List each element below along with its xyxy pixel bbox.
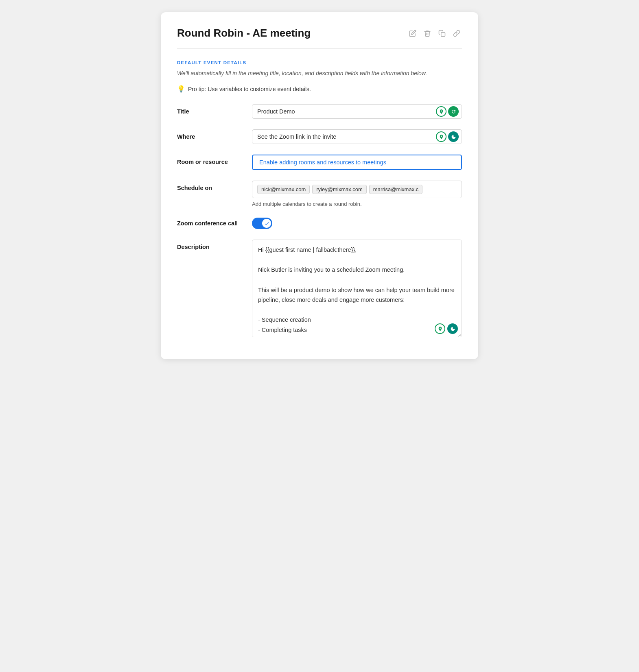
- desc-moon-icon[interactable]: [447, 323, 458, 334]
- header-icon-group: [407, 29, 462, 38]
- where-input-icons: [436, 131, 459, 142]
- where-input[interactable]: [252, 129, 462, 144]
- lightbulb-icon: 💡: [177, 85, 185, 93]
- title-input-wrap: [252, 104, 462, 119]
- schedule-on-control: nick@mixmax.com ryley@mixmax.com marrisa…: [252, 181, 462, 207]
- main-card: Round Robin - AE meeting DEFAULT EVENT D…: [161, 12, 478, 359]
- title-refresh-icon[interactable]: [448, 106, 459, 117]
- svg-rect-0: [441, 32, 445, 36]
- edit-button[interactable]: [407, 29, 418, 38]
- schedule-on-box[interactable]: nick@mixmax.com ryley@mixmax.com marrisa…: [252, 181, 462, 198]
- title-input[interactable]: [252, 104, 462, 119]
- duplicate-button[interactable]: [437, 29, 447, 38]
- zoom-conference-row: Zoom conference call: [177, 218, 462, 229]
- header-divider: [177, 48, 462, 49]
- share-button[interactable]: [451, 29, 462, 38]
- zoom-toggle[interactable]: [252, 218, 272, 229]
- page-title: Round Robin - AE meeting: [177, 27, 402, 39]
- schedule-on-label: Schedule on: [177, 181, 242, 191]
- room-resource-control: Enable adding rooms and resources to mee…: [252, 155, 462, 170]
- title-label: Title: [177, 104, 242, 115]
- enable-rooms-button[interactable]: Enable adding rooms and resources to mee…: [252, 155, 462, 170]
- title-person-pin-icon[interactable]: [436, 106, 446, 117]
- schedule-on-row: Schedule on nick@mixmax.com ryley@mixmax…: [177, 181, 462, 207]
- where-row: Where: [177, 129, 462, 144]
- where-person-pin-icon[interactable]: [436, 131, 446, 142]
- desc-person-pin-icon[interactable]: [435, 323, 445, 334]
- description-label: Description: [177, 240, 242, 250]
- schedule-hint: Add multiple calendars to create a round…: [252, 201, 462, 207]
- delete-button[interactable]: [422, 29, 433, 38]
- email-tag-2: ryley@mixmax.com: [312, 185, 367, 194]
- where-moon-icon[interactable]: [448, 131, 459, 142]
- email-tag-3: marrisa@mixmax.c: [369, 185, 422, 194]
- description-icons: [435, 323, 458, 334]
- email-tag-1: nick@mixmax.com: [257, 185, 310, 194]
- zoom-toggle-wrap: [252, 218, 272, 229]
- pro-tip: 💡 Pro tip: Use variables to customize ev…: [177, 85, 462, 93]
- description-row: Description: [177, 240, 462, 339]
- room-resource-row: Room or resource Enable adding rooms and…: [177, 155, 462, 170]
- description-wrap: [252, 240, 462, 339]
- title-row: Title: [177, 104, 462, 119]
- where-label: Where: [177, 129, 242, 140]
- card-header: Round Robin - AE meeting: [177, 27, 462, 39]
- where-input-wrap: [252, 129, 462, 144]
- zoom-conference-label: Zoom conference call: [177, 220, 242, 227]
- title-input-icons: [436, 106, 459, 117]
- pro-tip-text: Pro tip: Use variables to customize even…: [188, 86, 311, 92]
- room-resource-label: Room or resource: [177, 155, 242, 165]
- section-description: We'll automatically fill in the meeting …: [177, 69, 462, 78]
- description-textarea[interactable]: [252, 240, 462, 337]
- toggle-knob: [262, 219, 271, 228]
- section-label: DEFAULT EVENT DETAILS: [177, 60, 462, 65]
